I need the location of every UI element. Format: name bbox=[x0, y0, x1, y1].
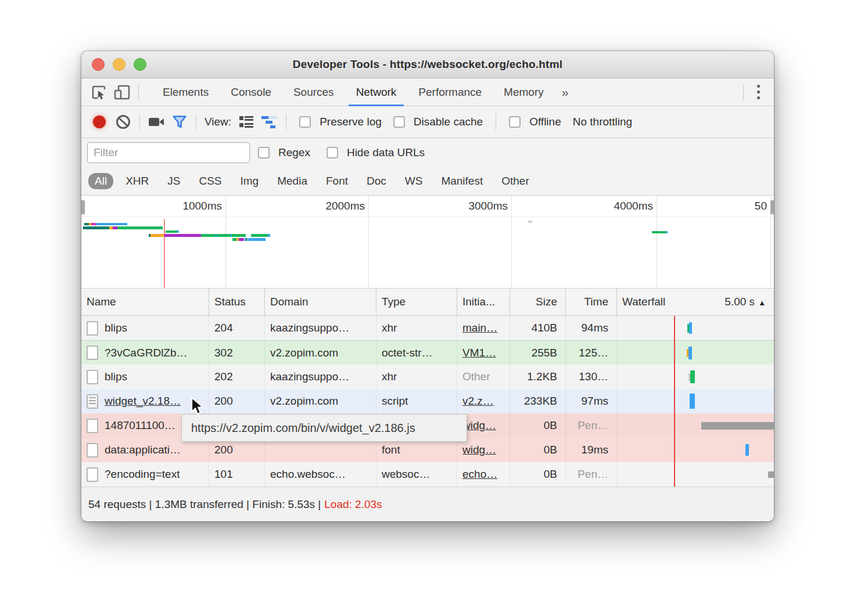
filter-type-css[interactable]: CSS bbox=[192, 173, 228, 189]
column-header-waterfall[interactable]: Waterfall 5.00 s▲ bbox=[617, 289, 774, 315]
request-initiator-link[interactable]: widg… bbox=[462, 444, 496, 456]
waterfall-overview-icon bbox=[260, 114, 279, 129]
document-icon bbox=[87, 321, 98, 336]
show-overview-button[interactable] bbox=[258, 110, 281, 134]
column-header-initiator[interactable]: Initia... bbox=[457, 289, 510, 315]
filter-input[interactable] bbox=[87, 142, 250, 163]
request-status: 302 bbox=[209, 341, 265, 365]
request-name[interactable]: 1487011100… bbox=[105, 419, 175, 432]
filter-type-media[interactable]: Media bbox=[271, 173, 314, 189]
column-header-name[interactable]: Name bbox=[81, 289, 209, 315]
overview-request-bar bbox=[201, 234, 216, 237]
offline-checkbox[interactable] bbox=[509, 116, 521, 128]
request-waterfall-cell bbox=[617, 462, 774, 487]
kebab-icon bbox=[757, 96, 760, 99]
preserve-log-checkbox[interactable] bbox=[299, 116, 311, 128]
devtools-menu-button[interactable] bbox=[748, 85, 768, 99]
tab-elements[interactable]: Elements bbox=[152, 78, 220, 106]
regex-label[interactable]: Regex bbox=[278, 146, 310, 159]
request-initiator-link[interactable]: main… bbox=[462, 322, 497, 334]
request-initiator-link[interactable]: echo… bbox=[462, 468, 497, 481]
preserve-log-label[interactable]: Preserve log bbox=[320, 116, 382, 128]
request-time: Pen… bbox=[566, 413, 617, 438]
overview-divider bbox=[81, 217, 774, 217]
overview-request-bar bbox=[528, 221, 532, 223]
filter-type-font[interactable]: Font bbox=[320, 173, 354, 189]
close-window-button[interactable] bbox=[92, 58, 105, 71]
table-row[interactable]: blips 204 kaazingsuppo… xhr main… 410B 9… bbox=[81, 316, 774, 340]
hide-data-urls-label[interactable]: Hide data URLs bbox=[347, 146, 425, 159]
column-header-type[interactable]: Type bbox=[376, 289, 457, 315]
clear-network-log-button[interactable] bbox=[112, 110, 135, 134]
filter-type-js[interactable]: JS bbox=[161, 173, 186, 189]
filter-type-all[interactable]: All bbox=[88, 173, 113, 189]
filter-toggle-button[interactable] bbox=[168, 110, 191, 134]
tab-console[interactable]: Console bbox=[220, 78, 282, 106]
request-size: 1.2KB bbox=[510, 365, 566, 389]
capture-screenshots-button[interactable] bbox=[145, 110, 168, 134]
column-header-time[interactable]: Time bbox=[566, 289, 617, 315]
column-header-domain[interactable]: Domain bbox=[265, 289, 376, 315]
tab-performance[interactable]: Performance bbox=[407, 78, 493, 106]
minimize-window-button[interactable] bbox=[113, 58, 125, 71]
overview-request-bar bbox=[246, 238, 248, 241]
regex-checkbox[interactable] bbox=[258, 147, 270, 158]
request-name[interactable]: ?3vCaGRDlZb… bbox=[105, 347, 188, 359]
overview-left-grip[interactable] bbox=[81, 200, 85, 214]
throttling-select[interactable]: No throttling bbox=[573, 116, 632, 128]
hide-data-urls-checkbox[interactable] bbox=[327, 147, 338, 158]
network-overview-strip[interactable]: 1000ms2000ms3000ms4000ms50 bbox=[81, 196, 774, 289]
toggle-device-toolbar-button[interactable] bbox=[110, 81, 134, 104]
request-time: 94ms bbox=[566, 316, 617, 340]
request-size: 233KB bbox=[510, 389, 566, 413]
disable-cache-label[interactable]: Disable cache bbox=[414, 116, 483, 128]
table-row[interactable]: ?3vCaGRDlZb… 302 v2.zopim.com octet-str…… bbox=[81, 340, 774, 365]
request-initiator-link[interactable]: widg… bbox=[462, 419, 496, 432]
request-initiator-link[interactable]: v2.z… bbox=[462, 395, 494, 408]
table-row[interactable]: blips 202 kaazingsuppo… xhr Other 1.2KB … bbox=[81, 365, 774, 389]
disable-cache-checkbox[interactable] bbox=[393, 116, 405, 128]
request-initiator-link[interactable]: VM1… bbox=[462, 347, 496, 359]
request-status: 101 bbox=[209, 462, 265, 487]
overview-time-label: 3000ms bbox=[468, 200, 508, 212]
waterfall-bar bbox=[688, 347, 692, 359]
table-row[interactable]: widget_v2.18… 200 v2.zopim.com script v2… bbox=[81, 389, 774, 413]
overview-request-bar bbox=[177, 230, 179, 233]
tab-network[interactable]: Network bbox=[345, 78, 408, 106]
request-name[interactable]: data:applicati… bbox=[105, 444, 181, 456]
request-name-link[interactable]: widget_v2.18… bbox=[105, 395, 181, 408]
request-domain: kaazingsuppo… bbox=[265, 365, 376, 389]
offline-label[interactable]: Offline bbox=[529, 116, 561, 128]
zoom-window-button[interactable] bbox=[134, 58, 146, 71]
divider bbox=[139, 114, 140, 130]
request-waterfall-cell bbox=[617, 316, 774, 340]
overview-right-grip[interactable] bbox=[770, 200, 774, 214]
overview-request-bar bbox=[248, 238, 266, 241]
request-name[interactable]: blips bbox=[105, 322, 127, 334]
request-type: octet-str… bbox=[376, 341, 457, 365]
overview-request-bar bbox=[232, 238, 236, 241]
filter-type-other[interactable]: Other bbox=[495, 173, 536, 189]
overview-request-bar bbox=[666, 231, 668, 233]
column-header-status[interactable]: Status bbox=[209, 289, 265, 315]
request-name[interactable]: ?encoding=text bbox=[105, 468, 180, 481]
filter-type-ws[interactable]: WS bbox=[399, 173, 429, 189]
request-type: websoc… bbox=[376, 462, 457, 487]
record-network-log-button[interactable] bbox=[93, 116, 106, 128]
request-size: 0B bbox=[510, 413, 566, 438]
more-tabs-button[interactable]: » bbox=[555, 78, 576, 106]
overview-request-bar bbox=[84, 223, 89, 225]
filter-type-manifest[interactable]: Manifest bbox=[435, 173, 489, 189]
tab-sources[interactable]: Sources bbox=[282, 78, 345, 106]
column-header-size[interactable]: Size bbox=[510, 289, 566, 315]
inspect-element-button[interactable] bbox=[87, 81, 110, 104]
table-row[interactable]: ?encoding=text 101 echo.websoc… websoc… … bbox=[81, 462, 774, 487]
filter-type-xhr[interactable]: XHR bbox=[119, 173, 155, 189]
request-name[interactable]: blips bbox=[105, 370, 127, 383]
filter-type-img[interactable]: Img bbox=[234, 173, 266, 189]
request-domain: v2.zopim.com bbox=[265, 389, 376, 413]
waterfall-bar bbox=[690, 370, 695, 383]
tab-memory[interactable]: Memory bbox=[493, 78, 555, 106]
filter-type-doc[interactable]: Doc bbox=[360, 173, 393, 189]
use-large-rows-button[interactable] bbox=[235, 110, 258, 134]
